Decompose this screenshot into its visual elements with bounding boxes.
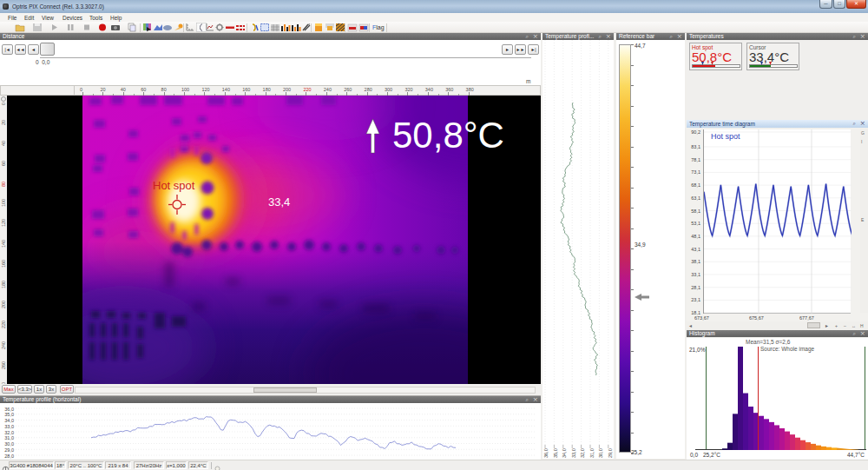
svg-text:Mean=31,5 σ=2,6: Mean=31,5 σ=2,6 (746, 339, 791, 345)
svg-text:50,8°C: 50,8°C (392, 115, 504, 156)
svg-text:21,0%: 21,0% (689, 347, 706, 353)
svg-text:Hot spot: Hot spot (711, 132, 740, 141)
svg-text:25,2°C: 25,2°C (703, 452, 720, 458)
svg-text:Hot spot: Hot spot (153, 179, 195, 192)
svg-text:0,0: 0,0 (690, 452, 698, 458)
svg-text:Source: Whole image: Source: Whole image (760, 346, 815, 353)
svg-text:33,4: 33,4 (268, 195, 290, 209)
svg-text:44,7°C: 44,7°C (847, 452, 865, 458)
